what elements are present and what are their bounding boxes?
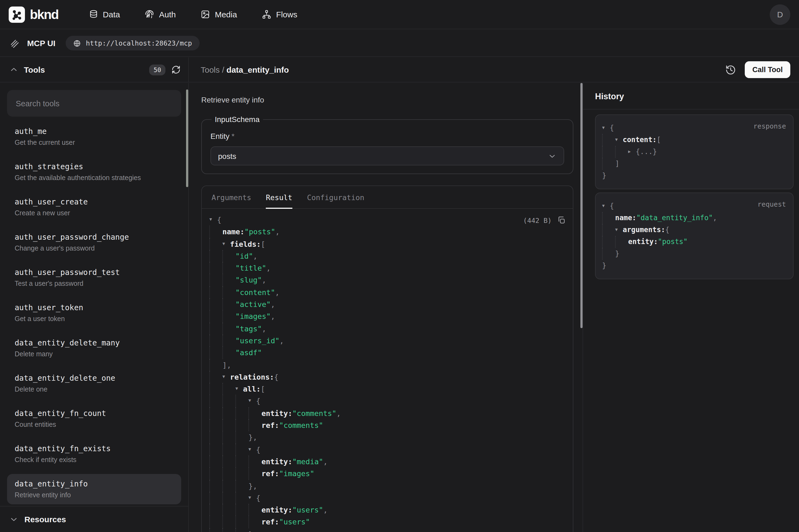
json-line: ref: "users": [209, 516, 566, 528]
tool-list-item[interactable]: auth_meGet the current user: [7, 121, 181, 152]
indent-guide: [209, 516, 222, 528]
expander-icon[interactable]: ▼: [602, 122, 610, 134]
tab-configuration[interactable]: Configuration: [307, 186, 364, 208]
tool-list-item[interactable]: auth_user_createCreate a new user: [7, 192, 181, 222]
json-key: name:: [615, 212, 636, 224]
collapse-tools-button[interactable]: [10, 65, 18, 74]
call-tool-button[interactable]: Call Tool: [745, 61, 790, 78]
tool-list-item[interactable]: auth_user_password_changeChange a user's…: [7, 227, 181, 258]
indent-guide: [235, 443, 248, 456]
json-punct: {: [610, 200, 614, 212]
indent-guide: [222, 383, 235, 395]
json-string: "slug": [235, 274, 262, 286]
expander-icon[interactable]: ▼: [248, 395, 256, 407]
json-punct: }: [248, 432, 253, 443]
tool-list-item[interactable]: auth_user_password_testTest a user's pas…: [7, 263, 181, 293]
json-comma: ,: [280, 335, 284, 347]
tools-list: auth_meGet the current userauth_strategi…: [7, 121, 181, 504]
tool-list-item[interactable]: data_entity_delete_oneDelete one: [7, 368, 181, 399]
bknd-logo[interactable]: bknd: [9, 6, 58, 22]
expander-icon[interactable]: ▼: [235, 383, 243, 395]
indent-guide: [602, 224, 615, 236]
json-line: }: [602, 260, 786, 272]
json-string: "posts": [658, 236, 688, 248]
indent-guide: [235, 407, 248, 419]
history-entries: response▼{▼content: [▶{...}]}request▼{na…: [583, 110, 799, 279]
server-url: http://localhost:28623/mcp: [86, 39, 192, 47]
expander-icon[interactable]: ▼: [615, 134, 623, 146]
json-punct: [: [657, 134, 661, 146]
image-icon: [201, 10, 210, 19]
nav-item-label: Flows: [276, 10, 297, 19]
entity-select[interactable]: posts: [210, 147, 564, 166]
json-string: "content": [235, 286, 275, 299]
json-string: "users": [292, 504, 323, 516]
expander-icon[interactable]: ▼: [209, 214, 217, 226]
tool-list-item[interactable]: auth_strategiesGet the available authent…: [7, 157, 181, 187]
indent-guide: [222, 492, 235, 504]
indent-guide: [248, 456, 262, 468]
history-toggle-button[interactable]: [725, 64, 736, 75]
indent-guide: [209, 480, 222, 492]
resources-section-header[interactable]: Resources: [0, 506, 188, 532]
tool-list-item[interactable]: auth_user_tokenGet a user token: [7, 298, 181, 328]
tool-list-item[interactable]: data_entity_delete_manyDelete many: [7, 333, 181, 363]
indent-guide: [248, 419, 262, 432]
json-punct: {: [256, 492, 260, 504]
expander-icon[interactable]: ▼: [248, 492, 256, 504]
tab-result[interactable]: Result: [266, 186, 292, 208]
user-avatar[interactable]: D: [770, 4, 790, 25]
breadcrumb-section[interactable]: Tools: [201, 65, 220, 74]
tool-tabs-card: ArgumentsResultConfiguration (442 B) ▼{n…: [201, 186, 573, 532]
nav-item-media[interactable]: Media: [201, 10, 237, 19]
copy-result-button[interactable]: [557, 216, 566, 225]
nav-item-auth[interactable]: Auth: [145, 10, 176, 19]
sidebar-scrollbar-thumb[interactable]: [186, 90, 188, 187]
top-navigation-bar: bknd Data Auth: [0, 0, 799, 29]
expander-icon[interactable]: ▼: [222, 238, 230, 250]
refresh-tools-button[interactable]: [171, 65, 180, 74]
indent-guide: [209, 335, 222, 347]
json-line: "images",: [209, 310, 566, 323]
tab-arguments[interactable]: Arguments: [212, 186, 251, 208]
search-input[interactable]: [7, 90, 181, 117]
expander-icon[interactable]: ▼: [602, 200, 610, 212]
indent-guide: [222, 286, 235, 299]
tool-name: auth_user_token: [15, 303, 174, 312]
indent-guide: [222, 250, 235, 262]
scribble-icon: [9, 38, 20, 49]
nav-item-data[interactable]: Data: [89, 10, 120, 19]
indent-guide: [235, 395, 248, 407]
server-url-pill[interactable]: http://localhost:28623/mcp: [65, 36, 199, 51]
tools-count-badge: 50: [149, 64, 166, 75]
indent-guide: [222, 456, 235, 468]
nav-item-label: Data: [103, 10, 120, 19]
nav-item-flows[interactable]: Flows: [262, 10, 297, 19]
json-comma: ,: [266, 262, 271, 274]
json-comma: ,: [323, 456, 328, 468]
main-nav: Data Auth Media: [89, 10, 297, 19]
json-punct: [: [261, 238, 265, 250]
tool-name: auth_strategies: [15, 162, 174, 171]
indent-guide: [222, 504, 235, 516]
json-line: ▼{: [209, 395, 566, 407]
json-line: ▼content: [: [602, 134, 786, 146]
json-punct: {: [256, 443, 260, 456]
tool-list-item[interactable]: data_entity_infoRetrieve entity info: [7, 474, 181, 504]
tool-name: data_entity_info: [15, 479, 174, 488]
indent-guide: [235, 516, 248, 528]
tool-header: Tools / data_entity_info Call Tool: [189, 57, 799, 82]
json-comma: ,: [253, 250, 258, 262]
json-punct: }: [248, 480, 253, 492]
main-scrollbar-thumb[interactable]: [581, 83, 583, 328]
expander-icon[interactable]: ▼: [248, 443, 256, 456]
tool-list-item[interactable]: data_entity_fn_countCount entities: [7, 403, 181, 434]
expander-icon[interactable]: ▼: [222, 371, 230, 383]
indent-guide: [248, 407, 262, 419]
expander-icon[interactable]: ▶: [628, 146, 636, 158]
entity-field-label: Entity *: [210, 132, 564, 140]
expander-icon[interactable]: ▼: [615, 224, 623, 236]
json-line: entity: "media",: [209, 456, 566, 468]
json-line: "title",: [209, 262, 566, 274]
tool-list-item[interactable]: data_entity_fn_existsCheck if entity exi…: [7, 439, 181, 469]
